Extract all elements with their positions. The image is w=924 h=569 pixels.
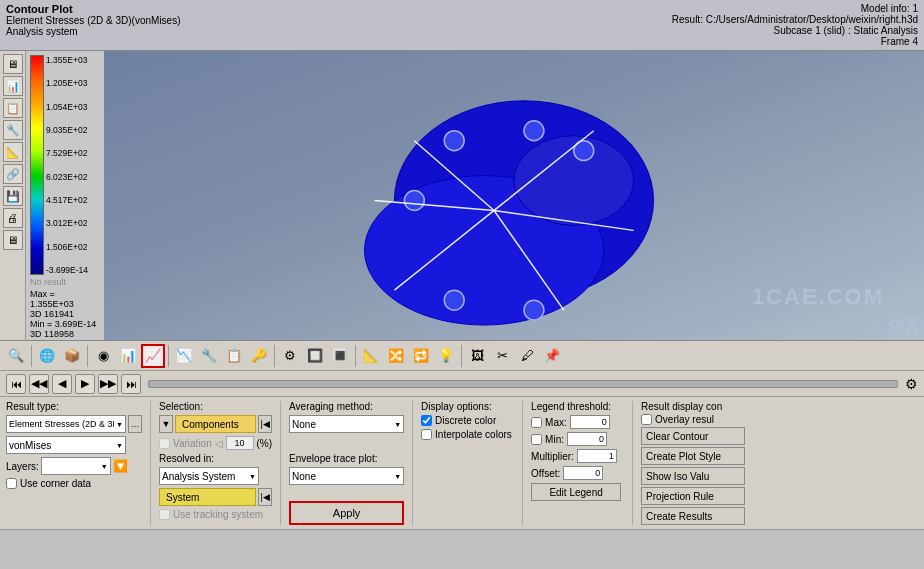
analysis-system: Analysis system — [6, 26, 181, 37]
tool-icon-8[interactable]: 🔧 — [197, 344, 221, 368]
legend-nodes: 3D 161941 — [30, 309, 100, 319]
clear-contour-button[interactable]: Clear Contour — [641, 427, 745, 445]
play-prev-btn[interactable]: ◀ — [52, 374, 72, 394]
play-rewind-btn[interactable]: ⏮ — [6, 374, 26, 394]
tool-icon-5[interactable]: 📊 — [116, 344, 140, 368]
3d-viewport[interactable]: 1CAE.COM 仿真 — [104, 51, 924, 340]
overlay-results-checkbox[interactable] — [641, 414, 652, 425]
playback-toolbar: ⏮ ◀◀ ◀ ▶ ▶▶ ⏭ ⚙ — [0, 371, 924, 397]
create-plot-style-button[interactable]: Create Plot Style — [641, 447, 745, 465]
legend-sd: 3D 118958 — [30, 329, 100, 339]
result-type-more[interactable]: … — [128, 415, 142, 433]
tool-icon-16[interactable]: 🔁 — [409, 344, 433, 368]
play-slider[interactable] — [148, 380, 898, 388]
max-threshold-checkbox[interactable] — [531, 417, 542, 428]
system-button[interactable]: System — [159, 488, 256, 506]
settings-icon[interactable]: ⚙ — [905, 376, 918, 392]
sidebar-icon-4[interactable]: 🔧 — [3, 120, 23, 140]
tool-icon-4[interactable]: ◉ — [91, 344, 115, 368]
sidebar-icon-6[interactable]: 🔗 — [3, 164, 23, 184]
tool-icon-1[interactable]: 🔍 — [4, 344, 28, 368]
system-end-arrow[interactable]: |◀ — [258, 488, 272, 506]
filter-icon[interactable]: 🔽 — [113, 459, 128, 473]
tool-icon-15[interactable]: 🔀 — [384, 344, 408, 368]
tool-icon-6[interactable]: 📈 — [141, 344, 165, 368]
display-options-section: Display options: Discrete color Interpol… — [413, 401, 523, 525]
play-forward-btn[interactable]: ▶ — [75, 374, 95, 394]
discrete-color-checkbox[interactable] — [421, 415, 432, 426]
resolved-in-label: Resolved in: — [159, 453, 272, 464]
interpolate-colors-checkbox[interactable] — [421, 429, 432, 440]
tool-icon-9[interactable]: 📋 — [222, 344, 246, 368]
variation-input[interactable] — [226, 436, 254, 450]
offset-label: Offset: — [531, 468, 560, 479]
projection-rule-button[interactable]: Projection Rule — [641, 487, 745, 505]
tool-icon-13[interactable]: 🔳 — [328, 344, 352, 368]
legend-threshold-section: Legend threshold: Max: Min: Multiplier: … — [523, 401, 633, 525]
play-end-btn[interactable]: ⏭ — [121, 374, 141, 394]
sidebar-icon-7[interactable]: 💾 — [3, 186, 23, 206]
legend-threshold-label: Legend threshold: — [531, 401, 624, 412]
tool-icon-17[interactable]: 💡 — [434, 344, 458, 368]
sidebar-icon-8[interactable]: 🖨 — [3, 208, 23, 228]
multiplier-input[interactable] — [577, 449, 617, 463]
create-results-button[interactable]: Create Results — [641, 507, 745, 525]
variation-checkbox[interactable] — [159, 438, 170, 449]
offset-input[interactable] — [563, 466, 603, 480]
averaging-dropdown[interactable]: None ▼ — [289, 415, 404, 433]
corner-logo: 仿真 — [888, 315, 920, 336]
tool-sep-6 — [461, 345, 462, 367]
averaging-section: Averaging method: None ▼ Envelope trace … — [281, 401, 413, 525]
tool-icon-20[interactable]: 🖊 — [515, 344, 539, 368]
plot-subtitle: Element Stresses (2D & 3D)(vonMises) — [6, 15, 181, 26]
tool-icon-7[interactable]: 📉 — [172, 344, 196, 368]
tool-icon-10[interactable]: 🔑 — [247, 344, 271, 368]
sidebar-icon-9[interactable]: 🖥 — [3, 230, 23, 250]
envelope-dropdown[interactable]: None ▼ — [289, 467, 404, 485]
result-type-section: Result type: Element Stresses (2D & 3D) … — [6, 401, 151, 525]
play-next-next-btn[interactable]: ▶▶ — [98, 374, 118, 394]
layers-dropdown[interactable]: ▼ — [41, 457, 111, 475]
result-type-label: Result type: — [6, 401, 142, 412]
use-tracking-checkbox[interactable] — [159, 509, 170, 520]
result-display-section: Result display con Overlay resul Clear C… — [633, 401, 753, 525]
use-corner-data-checkbox[interactable] — [6, 478, 17, 489]
sidebar-icon-3[interactable]: 📋 — [3, 98, 23, 118]
sidebar-icon-1[interactable]: 🖥 — [3, 54, 23, 74]
selection-arrow[interactable]: ▼ — [159, 415, 173, 433]
legend-colorbar — [30, 55, 44, 275]
play-prev-prev-btn[interactable]: ◀◀ — [29, 374, 49, 394]
multiplier-label: Multiplier: — [531, 451, 574, 462]
tool-icon-3[interactable]: 📦 — [60, 344, 84, 368]
min-threshold-label: Min: — [545, 434, 564, 445]
selection-label: Selection: — [159, 401, 272, 412]
apply-button[interactable]: Apply — [289, 501, 404, 525]
max-threshold-input[interactable] — [570, 415, 610, 429]
sidebar-icon-2[interactable]: 📊 — [3, 76, 23, 96]
min-threshold-checkbox[interactable] — [531, 434, 542, 445]
show-iso-button[interactable]: Show Iso Valu — [641, 467, 745, 485]
tool-icon-18[interactable]: 🖼 — [465, 344, 489, 368]
selection-end-arrow[interactable]: |◀ — [258, 415, 272, 433]
tool-sep-1 — [31, 345, 32, 367]
tool-icon-11[interactable]: ⚙ — [278, 344, 302, 368]
main-area: 🖥 📊 📋 🔧 📐 🔗 💾 🖨 🖥 1.355E+03 1.205E+03 1.… — [0, 51, 924, 341]
resolved-in-dropdown[interactable]: Analysis System ▼ — [159, 467, 259, 485]
components-button[interactable]: Components — [175, 415, 256, 433]
tool-icon-2[interactable]: 🌐 — [35, 344, 59, 368]
tool-icon-14[interactable]: 📐 — [359, 344, 383, 368]
min-threshold-input[interactable] — [567, 432, 607, 446]
legend-max: Max = 1.355E+03 — [30, 289, 100, 309]
selection-section: Selection: ▼ Components |◀ Variation ◁ (… — [151, 401, 281, 525]
overlay-results-label: Overlay resul — [655, 414, 714, 425]
sidebar-icon-5[interactable]: 📐 — [3, 142, 23, 162]
tool-icon-19[interactable]: ✂ — [490, 344, 514, 368]
edit-legend-button[interactable]: Edit Legend — [531, 483, 621, 501]
tool-icon-12[interactable]: 🔲 — [303, 344, 327, 368]
vonmises-dropdown[interactable]: vonMises ▼ — [6, 436, 126, 454]
tool-icon-21[interactable]: 📌 — [540, 344, 564, 368]
subcase-info: Subcase 1 (slid) : Static Analysis — [672, 25, 918, 36]
result-type-dropdown[interactable]: Element Stresses (2D & 3D) (t) ▼ — [6, 415, 126, 433]
tool-sep-3 — [168, 345, 169, 367]
variation-label: Variation ◁ — [173, 438, 223, 449]
